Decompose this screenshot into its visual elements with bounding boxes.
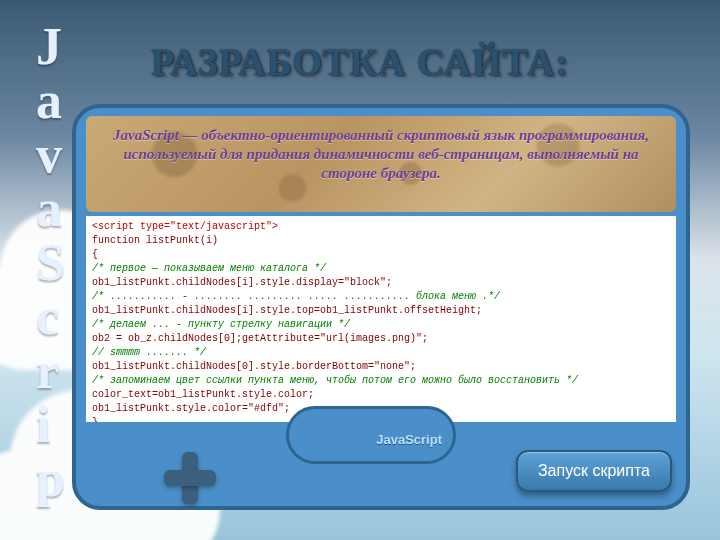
code-line: /* запоминаем цвет ссылки пункта меню, ч… [92,374,670,388]
thought-bubble-label: JavaScript [376,432,442,447]
code-line: /* первое — показываем меню каталога */ [92,262,670,276]
code-line: color_text=ob1_listPunkt.style.color; [92,388,670,402]
code-line: ob1_listPunkt.style.color="#dfd"; [92,402,670,416]
code-line: ob2 = ob_z.childNodes[0];getAttribute="u… [92,332,670,346]
vertical-letter: a [36,182,65,236]
vertical-letter: v [36,128,65,182]
code-line: function listPunkt(i) [92,234,670,248]
vertical-letter: i [36,398,65,452]
vertical-letter: p [36,452,65,506]
vertical-letter: S [36,236,65,290]
vertical-letter: J [36,20,65,74]
vertical-letter: c [36,290,65,344]
code-line: /* ........... - ........ ......... ....… [92,290,670,304]
page-title: РАЗРАБОТКА САЙТА: [151,40,569,84]
code-line: /* делаем ... - пункту стрелку навигации… [92,318,670,332]
code-snippet: <script type="text/javascript">function … [86,216,676,422]
run-script-button[interactable]: Запуск скрипта [516,450,672,492]
plus-icon [164,452,216,504]
code-line: // smmmm ....... */ [92,346,670,360]
vertical-letter: r [36,344,65,398]
code-line: ob1_listPunkt.childNodes[i].style.displa… [92,276,670,290]
code-line: { [92,248,670,262]
code-line: ob1_listPunkt.childNodes[i].style.top=ob… [92,304,670,318]
code-line: } [92,416,670,422]
vertical-letters: JavaScrip [36,20,65,506]
code-line: <script type="text/javascript"> [92,220,670,234]
content-panel: JavaScript — объектно-ориентированный ск… [72,104,690,510]
vertical-letter: a [36,74,65,128]
description-text: JavaScript — объектно-ориентированный ск… [86,116,676,212]
code-line: ob1_listPunkt.childNodes[0].style.border… [92,360,670,374]
